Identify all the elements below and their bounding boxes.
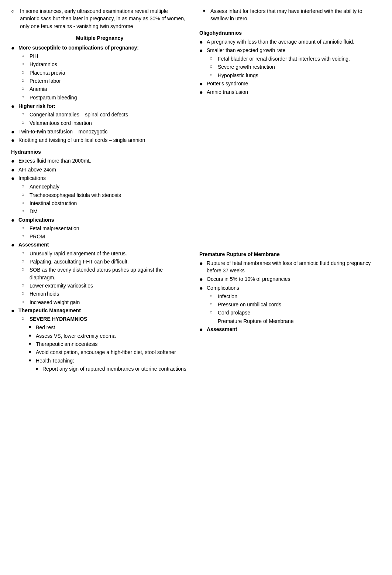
circle-icon: ○ — [21, 290, 28, 296]
multiple-pregnancy-section: Multiple Pregnancy ● More susceptible to… — [11, 35, 188, 144]
sub-item-label: Infection — [218, 293, 237, 300]
twin-twin-item: ● Twin-to-twin transfusion – monozygotic — [11, 128, 188, 135]
oligo-bullet-4: ● Amnio transfusion — [199, 88, 381, 96]
circle-icon: ○ — [210, 64, 216, 69]
circle-icon: ○ — [21, 120, 28, 125]
assessment-sub-6: ○ Increased weight gain — [21, 299, 188, 306]
oligo-bullet-1-label: A pregnancy with less than the average a… — [207, 38, 354, 45]
oligo-bullet-3-label: Potter's syndrome — [207, 80, 248, 87]
square-icon: ■ — [29, 333, 34, 337]
fill-bullet-icon: ● — [11, 307, 16, 314]
oligo-bullet-2-sub: ○ Fetal bladder or renal disorder that i… — [199, 55, 381, 79]
sub-item-label: Velamentous cord insertion — [30, 119, 92, 127]
assessment-sub-5: ○ Hemorrhoids — [21, 290, 188, 297]
fill-bullet-icon: ● — [199, 47, 204, 54]
fill-bullet-icon: ● — [199, 81, 204, 87]
complications-item: ● Complications — [11, 216, 188, 224]
circle-icon: ○ — [21, 192, 28, 197]
fill-bullet-icon: ● — [11, 217, 16, 224]
circle-icon: ○ — [21, 69, 28, 75]
circle-icon: ○ — [21, 299, 28, 304]
top-square-item: ■ Assess infant for factors that may hav… — [203, 7, 381, 23]
sub-item-label: SOB as the overly distended uterus pushe… — [30, 266, 188, 281]
intro-text: In some instances, early ultrasound exam… — [20, 7, 188, 30]
health-teaching-sub-item: ● Report any sign of ruptured membranes … — [35, 365, 188, 372]
fill-bullet-icon: ● — [11, 175, 16, 182]
multiple-pregnancy-title: Multiple Pregnancy — [11, 35, 188, 41]
fill-bullet-icon: ● — [11, 242, 16, 248]
sub-item-label: Fetal malpresentation — [30, 225, 79, 232]
assessment-sub-1: ○ Unusually rapid enlargement of the ute… — [21, 250, 188, 257]
fill-bullet-icon: ● — [11, 45, 16, 51]
severe-sub-label: Therapeutic amniocentesis — [36, 340, 97, 348]
prom-comp-note-label: Premature Rupture of Membrane — [218, 318, 293, 324]
top-square-label: Assess infant for factors that may have … — [210, 7, 381, 23]
higher-risk-item: ● Higher risk for: — [11, 102, 188, 110]
fill-bullet-icon: ● — [11, 137, 16, 144]
prom-comp-note: Premature Rupture of Membrane — [218, 317, 381, 325]
prom-assessment-label: Assessment — [207, 326, 237, 333]
severe-sub-4: ■ Avoid constipation, encourage a high-f… — [29, 348, 188, 356]
severe-sub-label: Avoid constipation, encourage a high-fib… — [36, 348, 176, 356]
sub-item-label: PIH — [30, 52, 38, 60]
afi-item: ● AFI above 24cm — [11, 166, 188, 173]
severe-sub-3: ■ Therapeutic amniocentesis — [29, 340, 188, 348]
circle-icon: ○ — [210, 55, 216, 61]
severe-label: SEVERE HYDRAMNIOS — [30, 315, 87, 323]
sub-item-label: Increased weight gain — [30, 299, 80, 306]
implications-sub-3: ○ Intestinal obstruction — [21, 200, 188, 207]
sub-item-label: Intestinal obstruction — [30, 200, 77, 207]
prom-comp-sub-2: ○ Pressure on umbilical cords — [210, 301, 381, 308]
higher-risk-sub-1: ○ Congenital anomalies – spinal cord def… — [21, 111, 188, 118]
implications-label: Implications — [18, 174, 46, 182]
fill-bullet-icon: ● — [199, 276, 204, 283]
implications-sub-1: ○ Anencephaly — [21, 183, 188, 190]
prom-bullet-2-label: Occurs in 5% to 10% of pregnancies — [207, 275, 290, 283]
sub-item-label: DM — [30, 208, 38, 215]
fill-bullet-icon: ● — [199, 326, 204, 333]
sub-item-label: Hemorrhoids — [30, 290, 59, 297]
oligo-bullet-2-label: Smaller than expected growth rate — [207, 47, 285, 54]
susceptible-sub-list: ○ PIH ○ Hydramnios ○ Placenta previa ○ P… — [11, 52, 188, 101]
oligohydramnios-section: Oligohydramnios ● A pregnancy with less … — [199, 30, 381, 96]
sub-item-label: Fetal bladder or renal disorder that int… — [218, 55, 350, 62]
complications-sub-2: ○ PROM — [21, 233, 188, 240]
fill-bullet-icon: ● — [199, 89, 204, 96]
circle-icon: ○ — [21, 316, 28, 321]
sub-item-label: Postpartum bleeding — [30, 94, 77, 101]
fill-bullet-icon: ● — [199, 260, 204, 267]
circle-icon: ○ — [21, 282, 28, 288]
assessment-sub-list: ○ Unusually rapid enlargement of the ute… — [11, 250, 188, 306]
sub-item-label: Placenta previa — [30, 69, 65, 76]
oligo-sub-2: ○ Severe growth restriction — [210, 63, 381, 71]
implications-sub-list: ○ Anencephaly ○ Tracheoesophageal fistul… — [11, 183, 188, 215]
fill-bullet-icon: ● — [11, 103, 16, 110]
circle-icon: ○ — [210, 309, 216, 315]
prom-bullet-1: ● Rupture of fetal membranes with loss o… — [199, 259, 381, 275]
assessment-item: ● Assessment — [11, 241, 188, 248]
circle-icon: ○ — [21, 266, 28, 272]
sub-item-label: Hydramnios — [30, 61, 57, 68]
square-icon: ■ — [29, 341, 34, 346]
fill-bullet-icon: ● — [199, 285, 204, 292]
implications-item: ● Implications — [11, 174, 188, 182]
circle-icon: ○ — [21, 225, 28, 231]
assessment-label: Assessment — [18, 241, 49, 248]
sub-item-preterm: ○ Preterm labor — [21, 77, 188, 85]
severe-sub-label: Assess VS, lower extremity edema — [36, 332, 116, 340]
sub-item-postpartum: ○ Postpartum bleeding — [21, 94, 188, 101]
circle-icon: ○ — [11, 8, 18, 14]
sub-item-label: Lower extremity varicosities — [30, 282, 93, 289]
top-bullet-section: ■ Assess infant for factors that may hav… — [199, 7, 381, 23]
susceptible-label: More susceptible to complications of pre… — [18, 44, 139, 51]
knotting-item: ● Knotting and twisting of umbilical cor… — [11, 136, 188, 144]
severe-sub: ○ SEVERE HYDRAMNIOS ■ Bed rest ■ Assess … — [11, 315, 188, 372]
circle-icon: ○ — [21, 250, 28, 256]
prom-comp-sub-3: ○ Cord prolapse — [210, 309, 381, 316]
fill-bullet-icon: ● — [199, 39, 204, 45]
prom-complications-label: Complications — [207, 284, 239, 292]
sub-item-label: Severe growth restriction — [218, 63, 275, 71]
circle-icon: ○ — [21, 53, 28, 58]
knotting-label: Knotting and twisting of umbilical cords… — [18, 136, 145, 144]
hydramnios-title: Hydramnios — [11, 149, 188, 155]
